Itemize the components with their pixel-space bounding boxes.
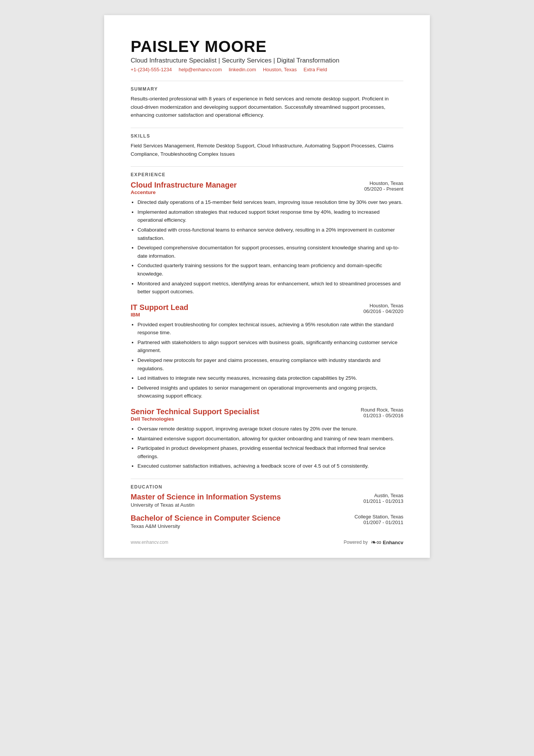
bullet-3-3: Participated in product development phas… [137, 444, 403, 460]
edu-title-1: Master of Science in Information Systems [131, 493, 281, 501]
job-date-2: 06/2016 - 04/2020 [363, 308, 403, 314]
edu-entry-1: Master of Science in Information Systems… [131, 493, 403, 508]
bullet-2-1: Provided expert troubleshooting for comp… [137, 321, 403, 337]
job-bullets-3: Oversaw remote desktop support, improvin… [131, 425, 403, 470]
edu-institution-2: Texas A&M University [131, 523, 281, 529]
bullet-3-4: Executed customer satisfaction initiativ… [137, 462, 403, 470]
bullet-2-5: Delivered insights and updates to senior… [137, 384, 403, 400]
job-entry-2: IT Support Lead IBM Houston, Texas 06/20… [131, 303, 403, 400]
bullet-3-1: Oversaw remote desktop support, improvin… [137, 425, 403, 433]
job-meta-right-1: Houston, Texas 05/2020 - Present [364, 180, 403, 192]
enhancv-brand-name: Enhancv [383, 540, 403, 545]
enhancv-icon: ❧∞ [371, 538, 381, 546]
experience-divider [131, 479, 403, 479]
footer-website: www.enhancv.com [131, 540, 168, 545]
job-title-company-1: Cloud Infrastructure Manager Accenture [131, 180, 237, 195]
edu-right-1: Austin, Texas 01/2011 - 01/2013 [363, 493, 403, 504]
contact-phone: +1-(234)-555-1234 [131, 67, 172, 72]
candidate-title: Cloud Infrastructure Specialist | Securi… [131, 57, 403, 64]
experience-label: EXPERIENCE [131, 172, 403, 177]
header: PAISLEY MOORE Cloud Infrastructure Speci… [131, 38, 403, 72]
bullet-1-1: Directed daily operations of a 15-member… [137, 198, 403, 207]
job-header-1: Cloud Infrastructure Manager Accenture H… [131, 180, 403, 195]
job-entry-1: Cloud Infrastructure Manager Accenture H… [131, 180, 403, 296]
edu-header-1: Master of Science in Information Systems… [131, 493, 403, 508]
bullet-2-3: Developed new protocols for payer and cl… [137, 356, 403, 373]
contact-list: +1-(234)-555-1234 help@enhancv.com linke… [131, 67, 403, 72]
contact-extra: Extra Field [304, 67, 327, 72]
bullet-1-3: Collaborated with cross-functional teams… [137, 226, 403, 242]
job-title-company-2: IT Support Lead IBM [131, 303, 188, 318]
job-date-3: 01/2013 - 05/2016 [361, 413, 404, 418]
education-label: EDUCATION [131, 484, 403, 490]
skills-text: Field Services Management, Remote Deskto… [131, 142, 403, 158]
bullet-1-4: Developed comprehensive documentation fo… [137, 244, 403, 260]
summary-label: SUMMARY [131, 86, 403, 92]
edu-left-1: Master of Science in Information Systems… [131, 493, 281, 508]
header-divider [131, 81, 403, 81]
edu-location-1: Austin, Texas [363, 493, 403, 498]
edu-title-2: Bachelor of Science in Computer Science [131, 514, 281, 523]
skills-section: SKILLS Field Services Management, Remote… [131, 133, 403, 158]
contact-linkedin: linkedin.com [229, 67, 256, 72]
edu-right-2: College Station, Texas 01/2007 - 01/2011 [354, 514, 403, 525]
bullet-1-6: Monitored and analyzed support metrics, … [137, 280, 403, 296]
summary-divider [131, 128, 403, 128]
job-entry-3: Senior Technical Support Specialist Dell… [131, 407, 403, 470]
bullet-2-4: Led initiatives to integrate new securit… [137, 374, 403, 382]
bullet-2-2: Partnered with stakeholders to align sup… [137, 338, 403, 355]
education-section: EDUCATION Master of Science in Informati… [131, 484, 403, 529]
edu-header-2: Bachelor of Science in Computer Science … [131, 514, 403, 529]
edu-entry-2: Bachelor of Science in Computer Science … [131, 514, 403, 529]
bullet-3-2: Maintained extensive support documentati… [137, 435, 403, 443]
job-company-3: Dell Technologies [131, 416, 259, 422]
job-meta-right-3: Round Rock, Texas 01/2013 - 05/2016 [361, 407, 404, 418]
edu-institution-1: University of Texas at Austin [131, 502, 281, 508]
enhancv-logo: ❧∞ Enhancv [371, 538, 403, 546]
job-header-3: Senior Technical Support Specialist Dell… [131, 407, 403, 422]
job-company-1: Accenture [131, 189, 237, 195]
contact-email: help@enhancv.com [179, 67, 222, 72]
job-location-1: Houston, Texas [364, 180, 403, 186]
candidate-name: PAISLEY MOORE [131, 38, 403, 55]
footer-brand: Powered by ❧∞ Enhancv [344, 538, 403, 546]
edu-location-2: College Station, Texas [354, 514, 403, 520]
job-meta-right-2: Houston, Texas 06/2016 - 04/2020 [363, 303, 403, 314]
job-title-3: Senior Technical Support Specialist [131, 407, 259, 416]
contact-location: Houston, Texas [263, 67, 297, 72]
experience-section: EXPERIENCE Cloud Infrastructure Manager … [131, 172, 403, 470]
powered-by-text: Powered by [344, 540, 368, 545]
job-bullets-2: Provided expert troubleshooting for comp… [131, 321, 403, 400]
bullet-1-5: Conducted quarterly training sessions fo… [137, 261, 403, 278]
job-title-company-3: Senior Technical Support Specialist Dell… [131, 407, 259, 422]
summary-text: Results-oriented professional with 8 yea… [131, 95, 403, 119]
job-header-2: IT Support Lead IBM Houston, Texas 06/20… [131, 303, 403, 318]
job-date-1: 05/2020 - Present [364, 186, 403, 192]
job-title-1: Cloud Infrastructure Manager [131, 180, 237, 189]
resume-page: PAISLEY MOORE Cloud Infrastructure Speci… [104, 15, 430, 558]
skills-label: SKILLS [131, 133, 403, 139]
summary-section: SUMMARY Results-oriented professional wi… [131, 86, 403, 119]
skills-divider [131, 166, 403, 167]
page-footer: www.enhancv.com Powered by ❧∞ Enhancv [131, 538, 403, 546]
job-location-2: Houston, Texas [363, 303, 403, 308]
edu-date-2: 01/2007 - 01/2011 [354, 520, 403, 525]
edu-date-1: 01/2011 - 01/2013 [363, 498, 403, 504]
job-bullets-1: Directed daily operations of a 15-member… [131, 198, 403, 296]
job-company-2: IBM [131, 312, 188, 318]
bullet-1-2: Implemented automation strategies that r… [137, 208, 403, 224]
job-title-2: IT Support Lead [131, 303, 188, 312]
edu-left-2: Bachelor of Science in Computer Science … [131, 514, 281, 529]
job-location-3: Round Rock, Texas [361, 407, 404, 413]
